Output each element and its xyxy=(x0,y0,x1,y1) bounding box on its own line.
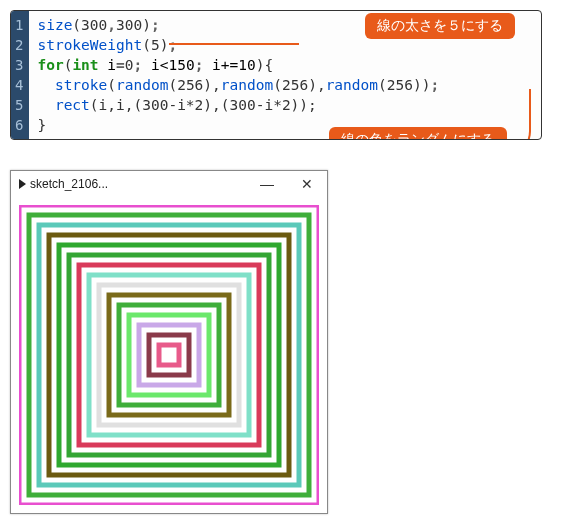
callout-arrow-top xyxy=(169,43,299,45)
svg-rect-3 xyxy=(49,235,289,475)
svg-rect-13 xyxy=(149,335,189,375)
svg-rect-10 xyxy=(119,305,219,405)
svg-rect-14 xyxy=(159,345,179,365)
titlebar[interactable]: sketch_2106... — ✕ xyxy=(11,171,327,197)
line-gutter: 123456 xyxy=(11,11,29,139)
output-window: sketch_2106... — ✕ xyxy=(10,170,328,514)
svg-rect-0 xyxy=(19,205,319,505)
play-icon xyxy=(19,179,26,189)
sketch-output xyxy=(19,205,319,505)
fn-size: size xyxy=(37,17,72,33)
fn-rect: rect xyxy=(55,97,90,113)
fn-strokeweight: strokeWeight xyxy=(37,37,142,53)
callout-stroke-color: 線の色をランダムにする xyxy=(329,127,507,140)
window-title: sketch_2106... xyxy=(30,177,108,191)
fn-stroke: stroke xyxy=(55,77,107,93)
svg-rect-4 xyxy=(59,245,279,465)
code-editor: 123456 size(300,300); strokeWeight(5); f… xyxy=(10,10,542,140)
close-button[interactable]: ✕ xyxy=(287,176,327,192)
svg-rect-6 xyxy=(79,265,259,445)
callout-stroke-weight: 線の太さを５にする xyxy=(365,13,515,39)
canvas xyxy=(11,197,327,513)
kw-for: for xyxy=(37,57,63,73)
svg-rect-7 xyxy=(89,275,249,435)
callout-arrow-bottom xyxy=(499,89,531,140)
minimize-button[interactable]: — xyxy=(247,176,287,192)
